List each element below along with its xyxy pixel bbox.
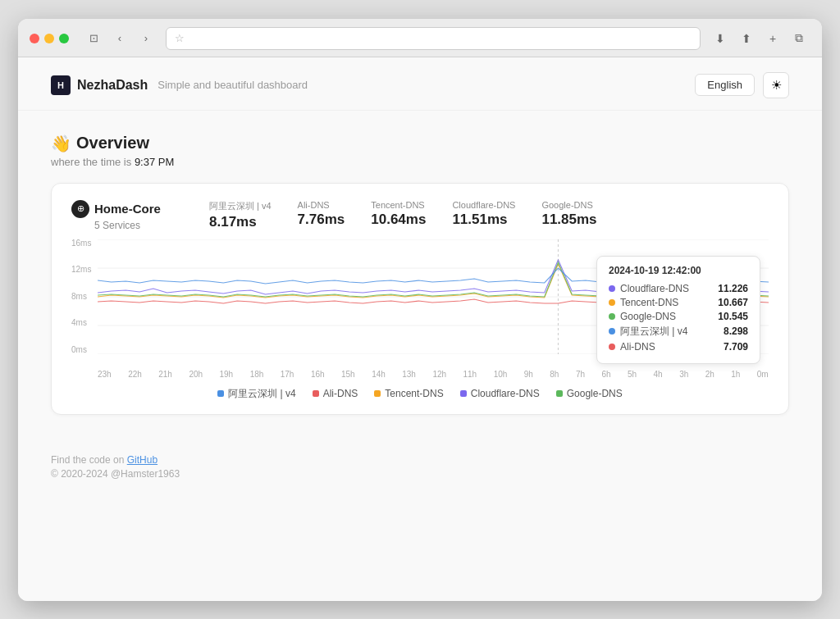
dns-metric: Ali-DNS 7.76ms: [298, 200, 345, 230]
tooltip-dns-value: 7.709: [715, 341, 748, 353]
x-axis-label: 21h: [158, 370, 172, 379]
x-axis-label: 16h: [311, 370, 325, 379]
language-button[interactable]: English: [695, 74, 755, 96]
dns-metric: Cloudflare-DNS 11.51ms: [452, 200, 515, 230]
legend-dot: [556, 390, 563, 397]
tooltip-dot: [609, 285, 615, 292]
close-button[interactable]: [30, 34, 39, 43]
brand-name: NezhaDash: [77, 78, 148, 93]
sidebar-toggle-button[interactable]: ⊡: [82, 30, 105, 48]
legend-item: Ali-DNS: [313, 387, 358, 401]
chart-x-labels: 23h22h21h20h19h18h17h16h15h14h13h12h11h1…: [98, 368, 769, 379]
tooltip-dot: [609, 344, 615, 350]
x-axis-label: 11h: [463, 370, 477, 379]
address-bar[interactable]: ☆: [166, 27, 701, 50]
x-axis-label: 14h: [372, 370, 386, 379]
page-content: H NezhaDash Simple and beautiful dashboa…: [18, 57, 822, 601]
download-button[interactable]: ⬇: [709, 30, 732, 48]
tooltip-dns-value: 10.667: [715, 297, 748, 308]
dns-metrics: 阿里云深圳 | v4 8.17msAli-DNS 7.76msTencent-D…: [209, 200, 769, 230]
tooltip-row: Google-DNS 10.545: [609, 311, 748, 322]
maximize-button[interactable]: [59, 34, 69, 43]
server-icon: ⊕: [71, 200, 89, 218]
chart-main: 2024-10-19 12:42:00 Cloudflare-DNS 11.22…: [98, 239, 769, 379]
minimize-button[interactable]: [44, 34, 54, 43]
server-name: Home-Core: [94, 202, 161, 216]
legend-dot: [217, 390, 224, 397]
server-services: 5 Services: [94, 220, 186, 231]
tooltip-dot: [609, 313, 615, 320]
y-axis-label: 16ms: [71, 239, 91, 248]
dns-metric-label: Tencent-DNS: [371, 200, 426, 210]
back-button[interactable]: ‹: [108, 30, 131, 48]
legend-label: Ali-DNS: [323, 388, 358, 399]
dns-metric-value: 11.85ms: [541, 212, 596, 228]
dns-metric-label: 阿里云深圳 | v4: [209, 200, 272, 212]
traffic-lights: [30, 34, 69, 43]
footer-copyright: © 2020-2024 @Hamster1963: [51, 468, 789, 480]
site-header: H NezhaDash Simple and beautiful dashboa…: [18, 57, 822, 111]
theme-toggle-button[interactable]: ☀: [763, 72, 789, 98]
x-axis-label: 6h: [601, 370, 610, 379]
browser-chrome: ⊡ ‹ › ☆ ⬇ ⬆ + ⧉: [18, 19, 822, 57]
server-info: ⊕ Home-Core 5 Services: [71, 200, 186, 231]
chart-svg-wrapper: 2024-10-19 12:42:00 Cloudflare-DNS 11.22…: [98, 239, 769, 368]
dns-metric-value: 7.76ms: [298, 212, 345, 228]
page-title-section: 👋 Overview where the time is 9:37 PM: [51, 134, 789, 168]
y-axis-label: 8ms: [71, 293, 91, 301]
legend-dot: [460, 390, 467, 397]
tooltip-row: Cloudflare-DNS 11.226: [609, 283, 748, 294]
y-axis-label: 4ms: [71, 319, 91, 327]
share-button[interactable]: ⬆: [735, 30, 758, 48]
legend-item: 阿里云深圳 | v4: [217, 387, 295, 401]
x-axis-label: 5h: [628, 370, 637, 379]
card-header: ⊕ Home-Core 5 Services 阿里云深圳 | v4 8.17ms…: [71, 200, 769, 231]
x-axis-label: 18h: [250, 370, 264, 379]
dns-metric: 阿里云深圳 | v4 8.17ms: [209, 200, 272, 230]
x-axis-label: 15h: [341, 370, 355, 379]
tabs-button[interactable]: ⧉: [788, 30, 810, 48]
forward-button[interactable]: ›: [135, 30, 158, 48]
tooltip-dns-name: 阿里云深圳 | v4: [620, 325, 710, 339]
url-input[interactable]: [189, 33, 692, 44]
browser-action-buttons: ⬇ ⬆ + ⧉: [709, 30, 810, 48]
tooltip-dot: [609, 299, 615, 306]
tooltip-dot: [609, 328, 615, 335]
chart-tooltip: 2024-10-19 12:42:00 Cloudflare-DNS 11.22…: [596, 256, 760, 364]
github-link[interactable]: GitHub: [127, 454, 158, 466]
y-axis-label: 12ms: [71, 266, 91, 274]
footer-text: Find the code on GitHub: [51, 454, 789, 466]
x-axis-label: 13h: [402, 370, 416, 379]
x-axis-label: 10h: [494, 370, 508, 379]
wave-emoji: 👋: [51, 134, 71, 153]
legend-item: Tencent-DNS: [374, 387, 443, 401]
x-axis-label: 17h: [281, 370, 294, 379]
legend-label: 阿里云深圳 | v4: [228, 387, 295, 401]
y-axis-label: 0ms: [71, 346, 91, 354]
dns-metric-label: Google-DNS: [541, 200, 596, 210]
server-name-row: ⊕ Home-Core: [71, 200, 186, 218]
x-axis-label: 8h: [550, 370, 559, 379]
new-tab-button[interactable]: +: [761, 30, 784, 48]
legend-item: Cloudflare-DNS: [460, 387, 540, 401]
dns-metric-value: 8.17ms: [209, 214, 272, 230]
browser-window: ⊡ ‹ › ☆ ⬇ ⬆ + ⧉ H NezhaDash Simple and b…: [18, 19, 822, 601]
x-axis-label: 12h: [432, 370, 446, 379]
tooltip-dns-value: 11.226: [715, 283, 748, 294]
current-time: 9:37 PM: [135, 156, 174, 168]
brand-tagline: Simple and beautiful dashboard: [158, 79, 308, 91]
page-title: 👋 Overview: [51, 134, 789, 153]
main-area: 👋 Overview where the time is 9:37 PM ⊕ H…: [18, 111, 822, 438]
tooltip-row: Tencent-DNS 10.667: [609, 297, 748, 308]
legend-label: Cloudflare-DNS: [471, 388, 540, 399]
chart-y-labels: 16ms12ms8ms4ms0ms: [71, 239, 91, 354]
chart-container: 16ms12ms8ms4ms0ms: [71, 239, 769, 379]
legend-item: Google-DNS: [556, 387, 623, 401]
tooltip-row: 阿里云深圳 | v4 8.298: [609, 325, 748, 339]
page-subtitle: where the time is 9:37 PM: [51, 156, 789, 168]
dns-metric-label: Cloudflare-DNS: [452, 200, 515, 210]
x-axis-label: 19h: [220, 370, 234, 379]
x-axis-label: 3h: [679, 370, 688, 379]
dns-metric-label: Ali-DNS: [298, 200, 345, 210]
site-brand: H NezhaDash Simple and beautiful dashboa…: [51, 75, 308, 95]
